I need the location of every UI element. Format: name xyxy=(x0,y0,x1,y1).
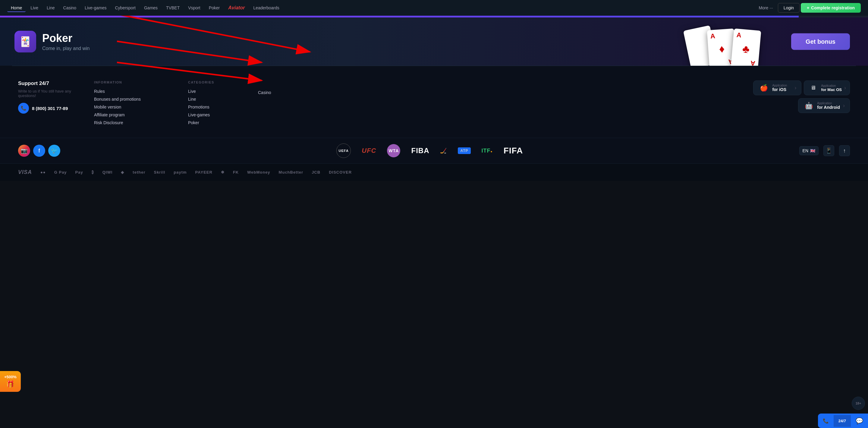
nav-vsport[interactable]: Vsport xyxy=(184,4,204,12)
poker-card-icon: 🃏 xyxy=(19,36,31,47)
register-plus-icon: + xyxy=(807,5,809,10)
language-selector[interactable]: EN 🇬🇧 xyxy=(799,146,818,155)
footer-apps-wrap: 🍎 Application for iOS › 🖥 Application fo… xyxy=(328,81,850,128)
payments-strip: VISA ●● G Pay Pay ₿ QIWI ◈ tether Skrill… xyxy=(0,163,868,181)
info-mobile[interactable]: Mobile version xyxy=(94,104,179,110)
macos-app-text: Application for Mac OS xyxy=(821,84,842,92)
nav-aviator[interactable]: Aviator xyxy=(224,3,248,12)
lang-label: EN xyxy=(803,148,808,153)
stellar-logo: ❄ xyxy=(221,170,224,175)
payeer-logo: PAYEER xyxy=(195,170,213,175)
applepay-logo: Pay xyxy=(75,170,83,175)
android-icon: 🤖 xyxy=(803,102,814,110)
get-bonus-button[interactable]: Get bonus xyxy=(791,33,850,50)
app-buttons: 🍎 Application for iOS › 🖥 Application fo… xyxy=(328,81,850,113)
partner-logos: UEFA UFC WTA FIBA 🏒 ATP ITF● FIFA xyxy=(72,144,787,158)
cat-live-games[interactable]: Live-games xyxy=(188,113,248,117)
ios-app-sublabel: for iOS xyxy=(772,87,787,92)
cat-live[interactable]: Live xyxy=(188,89,248,94)
nav-leaderboards[interactable]: Leaderboards xyxy=(250,4,283,12)
poker-title: Poker xyxy=(42,32,90,44)
support-title: Support 24/7 xyxy=(18,81,84,87)
ios-app-label: Application xyxy=(772,84,787,87)
nav-line[interactable]: Line xyxy=(43,4,58,12)
nav-home[interactable]: Home xyxy=(7,4,26,12)
info-affiliate[interactable]: Affiliate program xyxy=(94,113,179,117)
phone-icon-wrap: 📞 xyxy=(18,103,29,114)
info-bonuses[interactable]: Bonuses and promotions xyxy=(94,97,179,101)
tether-logo: tether xyxy=(133,170,145,175)
wta-logo: WTA xyxy=(387,144,400,157)
cat-poker[interactable]: Poker xyxy=(188,120,248,125)
skrill-logo: Skrill xyxy=(154,170,165,175)
poker-cards: A ♠ A A ♦ A A ♣ A xyxy=(678,30,760,66)
mobile-icon-button[interactable]: 📱 xyxy=(824,145,834,156)
nav-tvbet[interactable]: TVBET xyxy=(162,4,183,12)
android-app-text: Application for Android xyxy=(817,101,840,110)
itf-logo: ITF● xyxy=(482,148,493,154)
nav-live-games[interactable]: Live-games xyxy=(81,4,110,12)
partners-strip: +500% 🎁 📷 f 🐦 UEFA UFC WTA FIBA 🏒 ATP IT… xyxy=(0,138,868,163)
bitcoin-logo: ₿ xyxy=(92,170,94,175)
phone-icon: 📞 xyxy=(21,105,27,111)
nav-more[interactable]: More ··· xyxy=(755,4,776,12)
macos-app-button[interactable]: 🖥 Application for Mac OS › xyxy=(804,81,850,95)
mastercard-logo: ●● xyxy=(40,170,46,175)
macos-icon: 🖥 xyxy=(808,85,818,91)
nhl-logo: 🏒 xyxy=(440,147,447,154)
android-app-button[interactable]: 🤖 Application for Android › xyxy=(798,98,850,113)
cat-line[interactable]: Line xyxy=(188,97,248,101)
support-description: Write to us if You still have any questi… xyxy=(18,89,84,98)
ios-app-button[interactable]: 🍎 Application for iOS › xyxy=(753,81,801,95)
cat-casino[interactable]: Casino xyxy=(258,90,318,95)
fifa-logo: FIFA xyxy=(504,146,523,155)
login-button[interactable]: Login xyxy=(778,3,800,13)
macos-app-sublabel: for Mac OS xyxy=(821,87,842,92)
nav-cybersport[interactable]: Cybersport xyxy=(111,4,139,12)
ufc-logo: UFC xyxy=(362,147,376,155)
flag-icon: 🇬🇧 xyxy=(810,148,815,153)
navbar: Home Live Line Casino Live-games Cybersp… xyxy=(0,0,868,16)
visa-logo: VISA xyxy=(18,169,32,176)
nav-games[interactable]: Games xyxy=(141,4,161,12)
register-button[interactable]: + Complete registration xyxy=(801,3,861,13)
social-icons: 📷 f 🐦 xyxy=(18,145,60,157)
nav-poker[interactable]: Poker xyxy=(205,4,224,12)
webmoney-logo: WebMoney xyxy=(247,170,270,175)
poker-subtitle: Come in, play and win xyxy=(42,46,90,51)
qiwi-logo: QIWI xyxy=(102,170,113,175)
gpay-logo: G Pay xyxy=(54,170,67,175)
uefa-logo: UEFA xyxy=(336,144,351,158)
macos-app-label: Application xyxy=(821,84,842,87)
info-rules[interactable]: Rules xyxy=(94,89,179,94)
card-3: A ♣ A xyxy=(731,28,761,66)
poker-text: Poker Come in, play and win xyxy=(42,32,90,51)
poker-icon: 🃏 xyxy=(14,31,36,53)
eth-logo: ◈ xyxy=(121,170,124,175)
instagram-icon[interactable]: 📷 xyxy=(18,145,30,157)
android-app-label: Application xyxy=(817,101,840,105)
facebook-icon[interactable]: f xyxy=(33,145,45,157)
nav-casino[interactable]: Casino xyxy=(60,4,80,12)
cat-promotions[interactable]: Promotions xyxy=(188,104,248,110)
footer-grid: Support 24/7 Write to us if You still ha… xyxy=(18,81,850,128)
register-label: Complete registration xyxy=(811,5,855,10)
twitter-icon[interactable]: 🐦 xyxy=(48,145,60,157)
muchbetter-logo: MuchBetter xyxy=(279,170,304,175)
atp-logo: ATP xyxy=(458,147,470,154)
android-app-sublabel: for Android xyxy=(817,105,840,110)
nav-live[interactable]: Live xyxy=(27,4,42,12)
android-app-arrow: › xyxy=(843,102,845,109)
footer-support: Support 24/7 Write to us if You still ha… xyxy=(18,81,84,128)
info-risk[interactable]: Risk Disclosure xyxy=(94,120,179,125)
categories-heading: CATEGORIES xyxy=(188,81,248,84)
discover-logo: DISCOVER xyxy=(329,170,352,175)
fk-logo: FK xyxy=(233,170,239,175)
footer-main: Support 24/7 Write to us if You still ha… xyxy=(0,66,868,138)
macos-app-arrow: › xyxy=(844,85,846,91)
apple-icon: 🍎 xyxy=(758,84,769,92)
footer-phone[interactable]: 📞 8 (800) 301 77-89 xyxy=(18,103,84,114)
scroll-top-button[interactable]: ↑ xyxy=(839,145,850,156)
phone-number: 8 (800) 301 77-89 xyxy=(32,106,68,111)
footer-categories: CATEGORIES Live Line Promotions Live-gam… xyxy=(188,81,248,128)
